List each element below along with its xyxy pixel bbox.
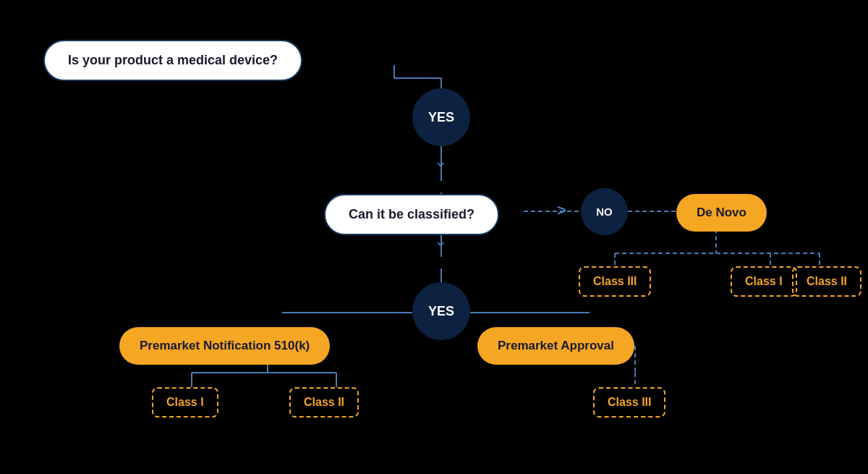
class-i-left-box: Class I (152, 387, 218, 418)
premarket-notification-node: Premarket Notification 510(k) (119, 327, 330, 365)
chevron-down-1: ⌄ (434, 152, 447, 171)
flowchart-diagram: Is your product a medical device? YES ⌄ … (0, 0, 868, 474)
premarket-approval-box: Premarket Approval (477, 327, 634, 365)
question2-node: Can it be classified? (324, 194, 499, 235)
question2-box: Can it be classified? (324, 194, 499, 235)
class-iii-right-box: Class III (579, 266, 651, 297)
class-ii-left-node: Class II (289, 387, 359, 418)
class-i-right-box: Class I (731, 266, 797, 297)
yes1-label: YES (428, 110, 454, 125)
de-novo-node: De Novo (676, 194, 767, 232)
class-i-right-node: Class I (731, 266, 797, 297)
class-iii-right-node: Class III (579, 266, 651, 297)
class-ii-right-node: Class II (792, 266, 861, 297)
class-ii-right-box: Class II (792, 266, 861, 297)
yes1-node: YES (412, 88, 470, 146)
right-arrow: > (557, 201, 566, 220)
premarket-approval-node: Premarket Approval (477, 327, 634, 365)
class-i-left-node: Class I (152, 387, 218, 418)
yes2-node: YES (412, 282, 470, 340)
no-label: NO (596, 206, 613, 218)
chevron-down-2: ⌄ (434, 232, 447, 250)
premarket-notification-box: Premarket Notification 510(k) (119, 327, 330, 365)
class-iii-bottom-box: Class III (593, 387, 665, 418)
de-novo-box: De Novo (676, 194, 767, 232)
question1-node: Is your product a medical device? (43, 40, 302, 81)
no-node: NO (581, 188, 628, 235)
class-iii-bottom-node: Class III (593, 387, 665, 418)
class-ii-left-box: Class II (289, 387, 359, 418)
yes2-label: YES (428, 304, 454, 319)
question1-box: Is your product a medical device? (43, 40, 302, 81)
